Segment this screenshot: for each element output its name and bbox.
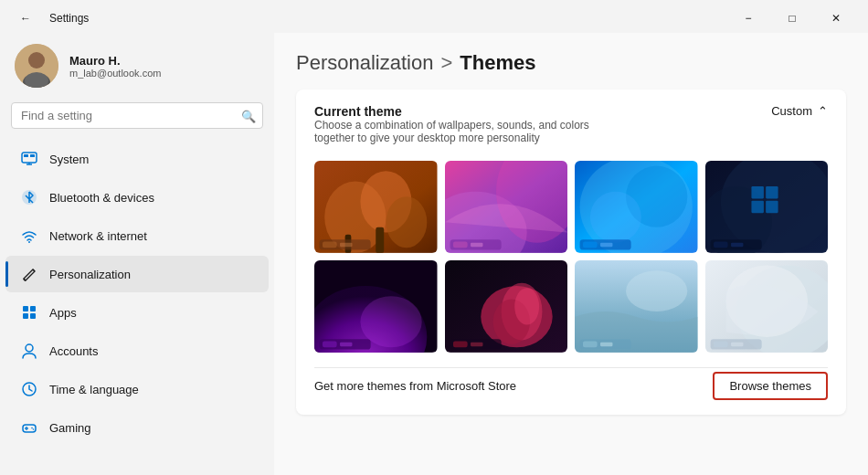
svg-rect-36: [471, 243, 482, 247]
themes-panel: Current theme Choose a combination of wa…: [296, 90, 846, 415]
titlebar-controls: − □ ✕: [727, 5, 857, 31]
svg-rect-29: [323, 242, 337, 248]
sidebar-item-time[interactable]: Time & language: [5, 371, 269, 407]
sidebar-item-bluetooth-label: Bluetooth & devices: [49, 191, 154, 205]
svg-point-69: [626, 270, 687, 311]
main-layout: Mauro H. m_lab@outlook.com 🔍: [0, 33, 868, 475]
breadcrumb-parent: Personalization: [296, 51, 433, 75]
sidebar-item-personalization[interactable]: Personalization: [5, 256, 269, 292]
current-theme-title: Current theme: [314, 104, 771, 119]
theme-thumbnail-8[interactable]: [705, 260, 829, 353]
svg-point-20: [31, 428, 33, 429]
search-box: 🔍: [11, 102, 263, 129]
sidebar-item-accounts[interactable]: Accounts: [5, 332, 269, 369]
bluetooth-icon: [20, 188, 38, 206]
svg-rect-4: [22, 153, 37, 163]
svg-point-1: [28, 52, 45, 69]
svg-point-64: [514, 288, 539, 324]
svg-point-10: [28, 241, 30, 243]
user-info: Mauro H. m_lab@outlook.com: [69, 54, 161, 79]
monitor-icon: [20, 150, 38, 168]
search-icon[interactable]: 🔍: [241, 109, 256, 122]
svg-rect-59: [340, 343, 352, 346]
theme-thumbnail-3[interactable]: [575, 161, 698, 253]
breadcrumb-separator: >: [440, 51, 452, 75]
browse-themes-text: Get more themes from Microsoft Store: [314, 379, 516, 393]
svg-rect-66: [452, 341, 467, 347]
svg-rect-43: [600, 243, 612, 247]
svg-rect-53: [731, 243, 743, 247]
avatar: [15, 44, 58, 88]
user-email: m_lab@outlook.com: [69, 68, 161, 79]
svg-point-25: [386, 196, 427, 248]
search-input[interactable]: [11, 102, 263, 129]
titlebar-title: Settings: [49, 12, 89, 25]
svg-point-21: [33, 428, 35, 430]
chevron-up-icon: ⌃: [818, 104, 828, 118]
svg-rect-58: [323, 341, 337, 347]
svg-rect-13: [23, 313, 28, 319]
minimize-button[interactable]: −: [727, 5, 769, 31]
svg-rect-77: [713, 341, 727, 347]
sidebar-item-apps[interactable]: Apps: [5, 294, 269, 331]
maximize-button[interactable]: □: [771, 5, 813, 31]
svg-rect-72: [600, 343, 612, 346]
svg-rect-30: [340, 243, 352, 247]
sidebar-item-apps-label: Apps: [49, 306, 77, 320]
svg-rect-8: [30, 154, 35, 157]
browse-themes-row: Get more themes from Microsoft Store Bro…: [314, 367, 828, 400]
svg-rect-71: [583, 341, 598, 347]
sidebar-item-personalization-label: Personalization: [49, 268, 131, 281]
sidebar: Mauro H. m_lab@outlook.com 🔍: [0, 33, 274, 475]
content-area: Personalization > Themes Current theme C…: [274, 33, 868, 475]
titlebar: ← Settings − □ ✕: [0, 0, 868, 33]
theme-thumbnail-7[interactable]: [575, 260, 698, 353]
svg-rect-26: [376, 227, 384, 253]
breadcrumb-current: Themes: [460, 51, 535, 75]
current-theme-header: Current theme Choose a combination of wa…: [314, 104, 828, 157]
sidebar-item-system[interactable]: System: [5, 141, 269, 177]
gamepad-icon: [20, 418, 38, 437]
sidebar-item-gaming[interactable]: Gaming: [5, 409, 269, 446]
svg-rect-52: [713, 242, 727, 248]
current-theme-value[interactable]: Custom ⌃: [771, 104, 828, 118]
sidebar-item-network[interactable]: Network & internet: [5, 217, 269, 254]
sidebar-item-bluetooth[interactable]: Bluetooth & devices: [5, 179, 269, 216]
svg-rect-14: [30, 313, 36, 319]
svg-rect-35: [452, 242, 467, 248]
svg-rect-49: [751, 201, 763, 213]
svg-rect-50: [766, 201, 778, 213]
apps-icon: [20, 303, 38, 322]
svg-point-15: [26, 344, 33, 352]
user-name: Mauro H.: [69, 54, 161, 68]
svg-rect-7: [24, 154, 28, 157]
svg-rect-42: [583, 242, 598, 248]
brush-icon: [20, 265, 38, 283]
sidebar-item-network-label: Network & internet: [49, 229, 147, 243]
sidebar-item-system-label: System: [49, 153, 89, 166]
breadcrumb: Personalization > Themes: [296, 51, 846, 75]
svg-point-56: [360, 296, 421, 347]
svg-rect-78: [731, 343, 743, 346]
titlebar-left: ← Settings: [11, 5, 89, 31]
themes-grid: [314, 161, 828, 353]
person-icon: [20, 342, 38, 360]
nav-items: System Bluetooth & devices: [0, 140, 274, 447]
svg-point-40: [590, 192, 641, 243]
svg-rect-12: [30, 306, 36, 311]
close-button[interactable]: ✕: [815, 5, 857, 31]
theme-thumbnail-5[interactable]: [314, 260, 438, 353]
wifi-icon: [20, 227, 38, 245]
theme-thumbnail-2[interactable]: [445, 161, 568, 253]
sidebar-item-time-label: Time & language: [49, 383, 139, 396]
current-theme-desc: Choose a combination of wallpapers, soun…: [314, 119, 611, 144]
svg-rect-67: [471, 343, 482, 346]
sidebar-item-gaming-label: Gaming: [49, 421, 91, 435]
svg-rect-47: [751, 186, 763, 198]
back-button[interactable]: ←: [11, 5, 40, 31]
theme-thumbnail-4[interactable]: [705, 161, 829, 253]
theme-thumbnail-1[interactable]: [314, 161, 438, 253]
browse-themes-button[interactable]: Browse themes: [713, 372, 828, 400]
sidebar-item-accounts-label: Accounts: [49, 344, 98, 358]
theme-thumbnail-6[interactable]: [445, 260, 568, 353]
